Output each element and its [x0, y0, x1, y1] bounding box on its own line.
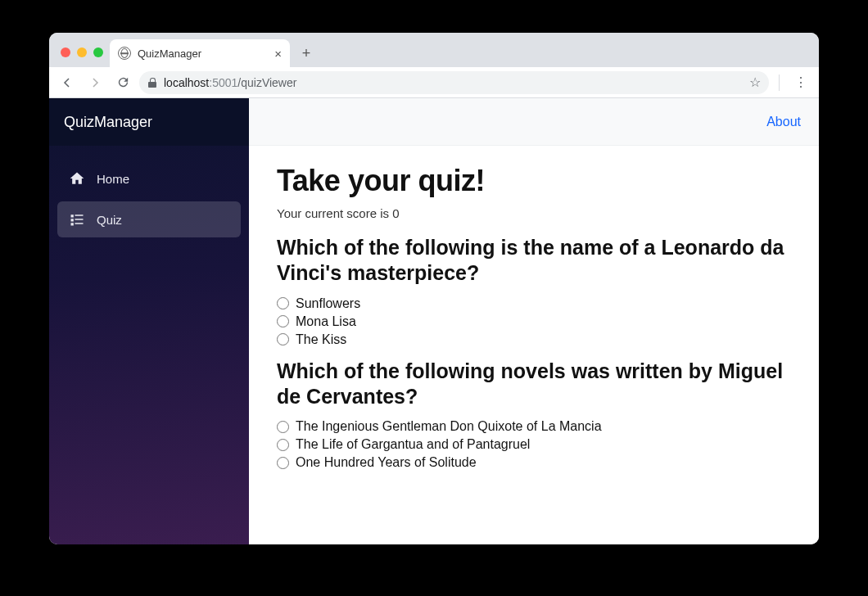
url-path: /quizViewer: [237, 76, 296, 89]
quiz-icon: [69, 211, 85, 228]
radio-input[interactable]: [277, 333, 289, 345]
radio-input[interactable]: [277, 457, 289, 469]
url-text: localhost:5001/quizViewer: [164, 76, 296, 89]
score-line: Your current score is 0: [277, 206, 791, 220]
lock-icon: [147, 78, 157, 88]
globe-icon: [118, 47, 131, 60]
close-tab-button[interactable]: ×: [274, 47, 282, 61]
question-block: Which of the following novels was writte…: [277, 359, 791, 472]
new-tab-button[interactable]: +: [295, 42, 318, 65]
main: Take your quiz! Your current score is 0 …: [249, 146, 819, 544]
answer-option[interactable]: Sunflowers: [277, 295, 791, 313]
answer-option[interactable]: The Ingenious Gentleman Don Quixote of L…: [277, 418, 791, 436]
topbar: About: [249, 98, 819, 146]
content: About Take your quiz! Your current score…: [249, 98, 819, 544]
brand-label: QuizManager: [64, 114, 152, 131]
bookmark-icon[interactable]: ☆: [749, 74, 761, 90]
reload-button[interactable]: [111, 71, 134, 94]
question-prompt: Which of the following is the name of a …: [277, 235, 791, 287]
option-label: The Ingenious Gentleman Don Quixote of L…: [296, 419, 602, 434]
close-window-button[interactable]: [61, 47, 70, 57]
address-bar[interactable]: localhost:5001/quizViewer ☆: [139, 71, 769, 94]
url-host: localhost: [164, 76, 209, 89]
sidebar-nav: Home Quiz: [49, 146, 249, 252]
question-prompt: Which of the following novels was writte…: [277, 359, 791, 410]
radio-input[interactable]: [277, 439, 289, 451]
options-group: Sunflowers Mona Lisa The Kiss: [277, 295, 791, 349]
toolbar-separator: [779, 74, 780, 91]
answer-option[interactable]: The Kiss: [277, 331, 791, 349]
maximize-window-button[interactable]: [93, 47, 103, 57]
radio-input[interactable]: [277, 315, 289, 327]
browser-menu-button[interactable]: ⋮: [789, 74, 812, 90]
option-label: One Hundred Years of Solitude: [296, 455, 477, 470]
option-label: The Kiss: [296, 332, 346, 347]
forward-button[interactable]: [84, 71, 106, 94]
radio-input[interactable]: [277, 421, 289, 433]
answer-option[interactable]: The Life of Gargantua and of Pantagruel: [277, 436, 791, 454]
question-block: Which of the following is the name of a …: [277, 235, 791, 349]
browser-window: QuizManager × + localhost:5001/quizViewe…: [49, 33, 819, 544]
url-port: :5001: [209, 76, 237, 89]
sidebar-item-home[interactable]: Home: [57, 160, 241, 196]
browser-toolbar: localhost:5001/quizViewer ☆ ⋮: [49, 67, 819, 98]
minimize-window-button[interactable]: [77, 47, 87, 57]
tab-title: QuizManager: [138, 47, 268, 60]
sidebar-item-quiz[interactable]: Quiz: [57, 201, 241, 237]
radio-input[interactable]: [277, 297, 289, 309]
answer-option[interactable]: One Hundred Years of Solitude: [277, 454, 791, 472]
sidebar: QuizManager Home Quiz: [49, 98, 249, 544]
back-button[interactable]: [56, 71, 79, 94]
window-controls: [57, 47, 110, 67]
page: QuizManager Home Quiz About: [49, 98, 819, 544]
option-label: The Life of Gargantua and of Pantagruel: [296, 437, 530, 452]
about-link[interactable]: About: [766, 115, 801, 129]
browser-tab[interactable]: QuizManager ×: [110, 39, 290, 67]
score-prefix: Your current score is: [277, 206, 392, 220]
page-title: Take your quiz!: [277, 164, 791, 198]
brand[interactable]: QuizManager: [49, 98, 249, 146]
options-group: The Ingenious Gentleman Don Quixote of L…: [277, 418, 791, 472]
option-label: Mona Lisa: [296, 314, 356, 329]
option-label: Sunflowers: [296, 296, 360, 311]
sidebar-item-label: Home: [97, 172, 129, 186]
tab-strip: QuizManager × +: [49, 33, 819, 67]
home-icon: [69, 170, 85, 187]
score-value: 0: [392, 206, 399, 220]
sidebar-item-label: Quiz: [97, 213, 122, 227]
answer-option[interactable]: Mona Lisa: [277, 313, 791, 331]
